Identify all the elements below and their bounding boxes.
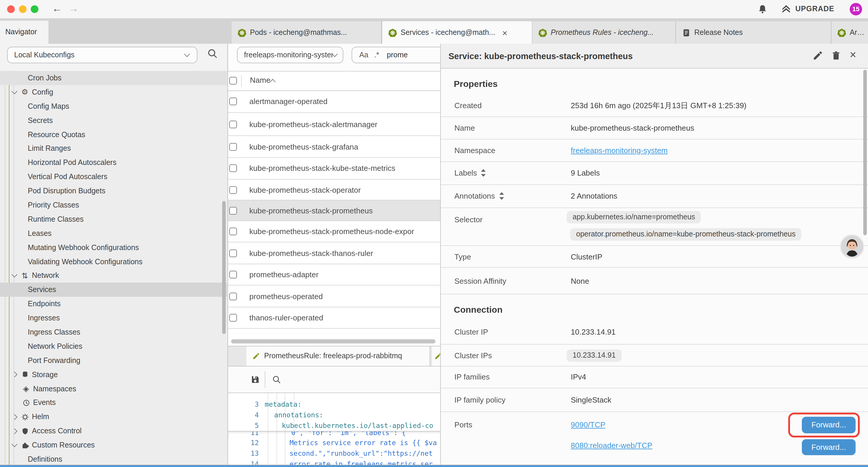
navigator-scrollbar[interactable] bbox=[222, 201, 226, 334]
search-input[interactable]: prome bbox=[387, 51, 408, 59]
tab-argo[interactable]: Argo Se bbox=[831, 21, 868, 44]
navigator-search-icon[interactable] bbox=[207, 48, 218, 59]
item-label: Horizontal Pod Autoscalers bbox=[28, 159, 116, 167]
sidebar-item-services[interactable]: Services bbox=[0, 283, 227, 297]
detail-row-namespace: Namespace freeleaps-monitoring-system bbox=[441, 140, 868, 162]
sidebar-group-custom-resources[interactable]: Custom Resources bbox=[0, 438, 227, 452]
notifications-bell-icon[interactable] bbox=[757, 4, 768, 14]
horizontal-scrollbar-thumb[interactable] bbox=[231, 339, 435, 343]
sidebar-group-helm[interactable]: Helm bbox=[0, 410, 227, 424]
edit-pencil-icon[interactable] bbox=[812, 50, 824, 62]
sidebar-group-access-control[interactable]: Access Control bbox=[0, 424, 227, 438]
port-link[interactable]: 9090/TCP bbox=[571, 420, 606, 429]
row-value[interactable]: 9 Labels bbox=[571, 169, 600, 178]
row-checkbox[interactable] bbox=[229, 186, 237, 194]
table-row[interactable]: kube-prometheus-stack-alertmanager bbox=[228, 113, 441, 136]
avatar[interactable] bbox=[840, 234, 864, 259]
upgrade-label[interactable]: UPGRADE bbox=[795, 5, 834, 13]
notification-count-badge[interactable]: 15 bbox=[850, 3, 862, 16]
namespace-link[interactable]: freeleaps-monitoring-system bbox=[571, 146, 668, 155]
table-row[interactable]: thanos-ruler-operated bbox=[228, 308, 441, 329]
table-row[interactable]: kube-prometheus-stack-kube-state-metrics bbox=[228, 158, 441, 179]
sort-ascending-icon[interactable] bbox=[270, 79, 276, 85]
sidebar-item-runtime-classes[interactable]: Runtime Classes bbox=[0, 212, 227, 226]
sidebar-group-config[interactable]: ⚙Config bbox=[0, 85, 227, 99]
sidebar-item-ingresses[interactable]: Ingresses bbox=[0, 311, 227, 325]
sidebar-item-cron-jobs[interactable]: Cron Jobs bbox=[0, 71, 227, 85]
table-row[interactable]: kube-prometheus-stack-thanos-ruler bbox=[228, 243, 441, 264]
maximize-traffic-light[interactable] bbox=[31, 5, 38, 13]
port-link[interactable]: 8080:reloader-web/TCP bbox=[571, 441, 652, 449]
minimize-traffic-light[interactable] bbox=[19, 5, 27, 13]
sidebar-item-namespaces[interactable]: ◈Namespaces bbox=[0, 382, 227, 396]
row-checkbox[interactable] bbox=[229, 143, 237, 151]
row-value: IPv4 bbox=[571, 373, 586, 382]
row-checkbox[interactable] bbox=[229, 271, 237, 279]
table-row-selected[interactable]: kube-prometheus-stack-prometheus bbox=[228, 201, 441, 222]
sidebar-item-resource-quotas[interactable]: Resource Quotas bbox=[0, 127, 227, 142]
name-column-header[interactable]: Name bbox=[250, 76, 270, 85]
sidebar-item-priority-classes[interactable]: Priority Classes bbox=[0, 198, 227, 212]
detail-body: Properties Created 253d 16h 6m ago (2025… bbox=[441, 68, 868, 465]
tab-release-notes[interactable]: Release Notes bbox=[676, 21, 831, 44]
sidebar-item-secrets[interactable]: Secrets bbox=[0, 113, 227, 127]
kubernetes-icon bbox=[388, 28, 397, 37]
yaml-editor[interactable]: 3metadata: 4annotations: 5kubectl.kubern… bbox=[228, 393, 441, 464]
trash-icon[interactable] bbox=[831, 50, 843, 62]
table-row[interactable]: kube-prometheus-stack-grafana bbox=[228, 136, 441, 158]
row-checkbox[interactable] bbox=[229, 207, 237, 214]
select-all-checkbox[interactable] bbox=[229, 77, 237, 85]
sidebar-item-events[interactable]: Events bbox=[0, 396, 227, 410]
sidebar-item-vertical-pod-autoscalers[interactable]: Vertical Pod Autoscalers bbox=[0, 170, 227, 184]
tab-pods[interactable]: Pods - icecheng@mathmas... bbox=[231, 21, 382, 44]
sidebar-item-mutating-webhook-configurations[interactable]: Mutating Webhook Configurations bbox=[0, 240, 227, 255]
row-checkbox[interactable] bbox=[229, 97, 237, 105]
sidebar-item-limit-ranges[interactable]: Limit Ranges bbox=[0, 142, 227, 156]
editor-search-icon[interactable] bbox=[272, 375, 281, 384]
tab-services[interactable]: Services - icecheng@math... × bbox=[382, 21, 532, 44]
sidebar-item-leases[interactable]: Leases bbox=[0, 226, 227, 241]
sidebar-item-validating-webhook-configurations[interactable]: Validating Webhook Configurations bbox=[0, 255, 227, 269]
regex-icon[interactable]: .* bbox=[374, 51, 379, 59]
table-row[interactable]: prometheus-adapter bbox=[228, 264, 441, 286]
prometheusrule-editor-tab[interactable]: PrometheusRule: freeleaps-prod-rabbitmq bbox=[246, 346, 430, 366]
save-icon[interactable] bbox=[251, 375, 260, 384]
sidebar-item-pod-disruption-budgets[interactable]: Pod Disruption Budgets bbox=[0, 184, 227, 198]
sidebar-item-definitions[interactable]: Definitions bbox=[0, 452, 227, 465]
forward-button[interactable]: Forward... bbox=[802, 439, 856, 455]
table-row[interactable]: kube-prometheus-stack-operator bbox=[228, 180, 441, 201]
navigator-panel-tab[interactable]: Navigator bbox=[0, 21, 49, 44]
sidebar-item-config-maps[interactable]: Config Maps bbox=[0, 99, 227, 114]
sidebar-item-ingress-classes[interactable]: Ingress Classes bbox=[0, 325, 227, 339]
sidebar-group-network[interactable]: ⇅Network bbox=[0, 269, 227, 283]
close-icon[interactable]: × bbox=[850, 49, 862, 60]
table-row[interactable]: kube-prometheus-stack-prometheus-node-ex… bbox=[228, 222, 441, 243]
close-traffic-light[interactable] bbox=[7, 5, 15, 13]
filter-search-box[interactable]: Aa .* prome bbox=[351, 47, 446, 63]
row-checkbox[interactable] bbox=[229, 165, 237, 172]
row-checkbox[interactable] bbox=[229, 249, 237, 257]
namespace-selector[interactable]: freeleaps-monitoring-system bbox=[237, 47, 343, 63]
sort-arrows-icon[interactable] bbox=[481, 169, 486, 177]
kubeconfig-selector[interactable]: Local Kubeconfigs bbox=[7, 47, 197, 63]
sidebar-item-network-policies[interactable]: Network Policies bbox=[0, 339, 227, 353]
sidebar-item-port-forwarding[interactable]: Port Forwarding bbox=[0, 353, 227, 368]
row-checkbox[interactable] bbox=[229, 228, 237, 236]
detail-scrollbar[interactable] bbox=[863, 70, 867, 235]
sort-arrows-icon[interactable] bbox=[499, 192, 504, 200]
sidebar-item-endpoints[interactable]: Endpoints bbox=[0, 297, 227, 311]
row-checkbox[interactable] bbox=[229, 121, 237, 128]
item-label: Cron Jobs bbox=[28, 74, 61, 82]
sidebar-item-horizontal-pod-autoscalers[interactable]: Horizontal Pod Autoscalers bbox=[0, 156, 227, 170]
table-row[interactable]: prometheus-operated bbox=[228, 286, 441, 308]
tab-prometheus-rules[interactable]: Prometheus Rules - icecheng... bbox=[532, 21, 676, 44]
tab-close-icon[interactable]: × bbox=[502, 28, 507, 37]
match-case-icon[interactable]: Aa bbox=[359, 51, 368, 59]
back-arrow-icon[interactable]: ← bbox=[52, 2, 62, 16]
row-value[interactable]: 2 Annotations bbox=[571, 192, 617, 200]
table-row[interactable]: alertmanager-operated bbox=[228, 90, 441, 113]
sidebar-group-storage[interactable]: Storage bbox=[0, 368, 227, 382]
row-checkbox[interactable] bbox=[229, 314, 237, 322]
row-checkbox[interactable] bbox=[229, 292, 237, 300]
forward-arrow-icon[interactable]: → bbox=[68, 2, 79, 16]
